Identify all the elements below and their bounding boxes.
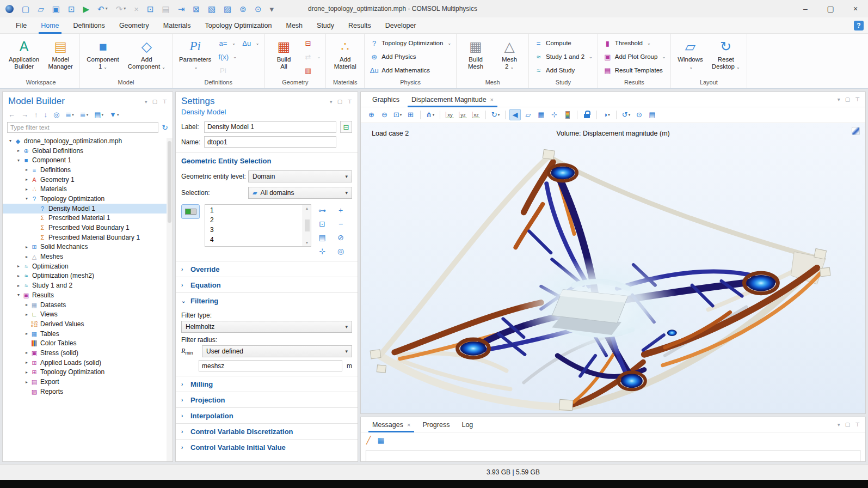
section-geometric-entity-selection[interactable]: Geometric Entity Selection — [176, 152, 358, 168]
entity-level-select[interactable]: Domain▾ — [248, 170, 352, 182]
list-scrollbar[interactable]: ▲▼ — [303, 205, 311, 246]
build-mesh-button[interactable]: ▦Build Mesh — [460, 35, 491, 78]
pin-panel-icon[interactable]: ⊤ — [347, 99, 352, 105]
forward-icon[interactable]: → — [21, 111, 28, 119]
domain-list-item[interactable]: 4 — [205, 235, 311, 245]
expander-icon[interactable]: ▸ — [23, 331, 30, 336]
minimize-window-icon[interactable]: – — [793, 0, 818, 17]
pin-panel-icon[interactable]: ⊤ — [855, 422, 860, 428]
tab-study[interactable]: Study — [310, 17, 341, 34]
clear-messages-icon[interactable]: ╱ — [366, 436, 371, 444]
expander-icon[interactable]: ▸ — [23, 350, 30, 355]
tree-item-views[interactable]: ▸∟Views — [3, 309, 173, 319]
float-panel-icon[interactable]: ▢ — [845, 422, 850, 428]
add-component-button[interactable]: ◇Add Component⌄ — [125, 35, 168, 78]
mesh-2-button[interactable]: △Mesh 2⌄ — [494, 35, 525, 78]
windows-button[interactable]: ▱Windows ⌄ — [675, 35, 706, 78]
filter-radius-input[interactable] — [199, 360, 342, 371]
edit-label-button[interactable]: ⊟ — [340, 121, 352, 133]
add-physics-button[interactable]: ⊛Add Physics — [370, 51, 451, 62]
deselect-box-icon[interactable]: ⊘ — [337, 233, 344, 242]
add-plot-group-button[interactable]: ▣Add Plot Group⌄ — [603, 51, 666, 62]
create-selection-icon[interactable]: ⊶ — [318, 206, 326, 215]
tree-scrollbar[interactable] — [167, 138, 173, 461]
select-box-icon[interactable]: ▧ — [208, 5, 216, 13]
tree-item-global-definitions[interactable]: ▸⊕Global Definitions — [3, 146, 173, 156]
scene-light-icon[interactable]: ◀ — [509, 109, 521, 120]
add-to-selection-icon[interactable]: + — [338, 206, 343, 215]
tree-item-geometry-1[interactable]: ▸AGeometry 1 — [3, 175, 173, 185]
tree-item-prescribed-material-1[interactable]: ΣPrescribed Material 1 — [3, 213, 173, 223]
drone-model-rendering[interactable] — [361, 123, 865, 413]
help-button[interactable]: ? — [854, 21, 864, 30]
tab-results[interactable]: Results — [341, 17, 378, 34]
variables-button[interactable]: a=⌄ — [218, 38, 236, 48]
tab-developer[interactable]: Developer — [378, 17, 423, 34]
cut-icon[interactable]: × — [134, 5, 139, 13]
model-manager-button[interactable]: ▤Model Manager — [45, 35, 76, 78]
tree-item-color-tables[interactable]: Color Tables — [3, 338, 173, 348]
tree-item-definitions[interactable]: ▸≡Definitions — [3, 165, 173, 175]
toggle-visibility-icon[interactable]: ◎ — [337, 247, 344, 255]
tab-mesh[interactable]: Mesh — [279, 17, 310, 34]
tab-displacement-magnitude[interactable]: Displacement Magnitude× — [405, 92, 500, 107]
copy-icon[interactable]: ⊡ — [147, 5, 154, 13]
clear-selection-icon[interactable]: ▨ — [224, 5, 231, 13]
filter-radius-mode-select[interactable]: User defined▾ — [202, 345, 352, 357]
add-study-button[interactable]: ≈Add Study — [534, 65, 593, 76]
section-interpolation[interactable]: ›Interpolation — [176, 407, 358, 423]
component-1-button[interactable]: ■Component 1⌄ — [84, 35, 121, 78]
expander-icon[interactable]: ▸ — [23, 254, 30, 259]
color-theme-icon[interactable]: ◑▾ — [601, 109, 612, 120]
tree-item-optimization-mesh2[interactable]: ▸≈Optimization (mesh2) — [3, 271, 173, 281]
tree-item-topology-optimization[interactable]: ▾?Topology Optimization — [3, 194, 173, 204]
expand-nodes-icon[interactable]: ≣▾ — [65, 111, 73, 119]
tree-item-study-1-and-2[interactable]: ▸≈Study 1 and 2 — [3, 280, 173, 290]
float-panel-icon[interactable]: ▢ — [152, 99, 157, 105]
study-1-and-2-button[interactable]: ≈Study 1 and 2⌄ — [534, 51, 593, 62]
view-yz-icon[interactable]: yz — [457, 109, 469, 120]
save-icon[interactable]: ▣ — [52, 5, 60, 13]
expander-icon[interactable]: ▸ — [15, 283, 22, 288]
tree-item-tables[interactable]: ▸▦Tables — [3, 329, 173, 339]
topology-optimization-physics-button[interactable]: ?Topology Optimization⌄ — [370, 38, 451, 48]
close-tab-icon[interactable]: × — [490, 96, 494, 103]
active-selection-toggle[interactable] — [181, 204, 200, 219]
tree-item-derived-values[interactable]: 8.85 e-12Derived Values — [3, 319, 173, 329]
add-material-button[interactable]: ∴Add Material — [330, 35, 360, 78]
toolbar-overflow-icon[interactable]: ▾ — [269, 5, 274, 13]
search-icon[interactable]: ⊙ — [255, 5, 262, 13]
table-message-settings-icon[interactable]: ▦ — [377, 436, 384, 444]
graphics-canvas[interactable]: Load case 2 Volume: Displacement magnitu… — [361, 123, 865, 413]
application-builder-button[interactable]: AApplication Builder — [6, 35, 42, 78]
tab-progress[interactable]: Progress — [416, 417, 455, 432]
new-file-icon[interactable]: ▢ — [22, 5, 29, 13]
zoom-box-icon[interactable]: ⊡▾ — [392, 109, 403, 120]
float-panel-icon[interactable]: ▢ — [845, 96, 850, 102]
tree-item-results[interactable]: ▾▣Results — [3, 290, 173, 300]
build-all-button[interactable]: ▦Build All — [269, 35, 299, 78]
domain-list-item[interactable]: 3 — [205, 225, 311, 235]
tree-item-topology-optimization[interactable]: ▸⊞Topology Optimization — [3, 368, 173, 377]
remove-from-selection-icon[interactable]: − — [338, 219, 343, 228]
tab-messages[interactable]: Messages× — [366, 417, 416, 432]
refresh-filter-icon[interactable]: ↻ — [162, 123, 168, 132]
reset-desktop-button[interactable]: ↻Reset Desktop⌄ — [709, 35, 743, 78]
tree-item-component-1[interactable]: ▾■Component 1 — [3, 155, 173, 165]
image-snapshot-icon[interactable]: ⊙ — [633, 109, 645, 120]
tree-item-optimization[interactable]: ▸≈Optimization — [3, 261, 173, 271]
tab-geometry[interactable]: Geometry — [112, 17, 156, 34]
import-geometry-button[interactable]: ⊟ — [304, 38, 321, 48]
print-icon[interactable]: ▤ — [647, 109, 658, 120]
collapse-nodes-icon[interactable]: ≣▾ — [80, 111, 88, 119]
tree-item-datasets[interactable]: ▸▦Datasets — [3, 300, 173, 310]
messages-output-box[interactable] — [366, 450, 860, 462]
tab-home[interactable]: Home — [34, 17, 66, 34]
pin-panel-icon[interactable]: ⊤ — [855, 96, 860, 102]
tree-item-reports[interactable]: ▨Reports — [3, 387, 173, 396]
float-panel-icon[interactable]: ▢ — [337, 99, 342, 105]
panel-menu-icon[interactable]: ▾ — [838, 422, 840, 428]
tree-item-prescribed-void-boundary-1[interactable]: ΣPrescribed Void Boundary 1 — [3, 223, 173, 233]
section-equation[interactable]: ›Equation — [176, 277, 358, 292]
tree-item-solid-mechanics[interactable]: ▸⊞Solid Mechanics — [3, 242, 173, 252]
